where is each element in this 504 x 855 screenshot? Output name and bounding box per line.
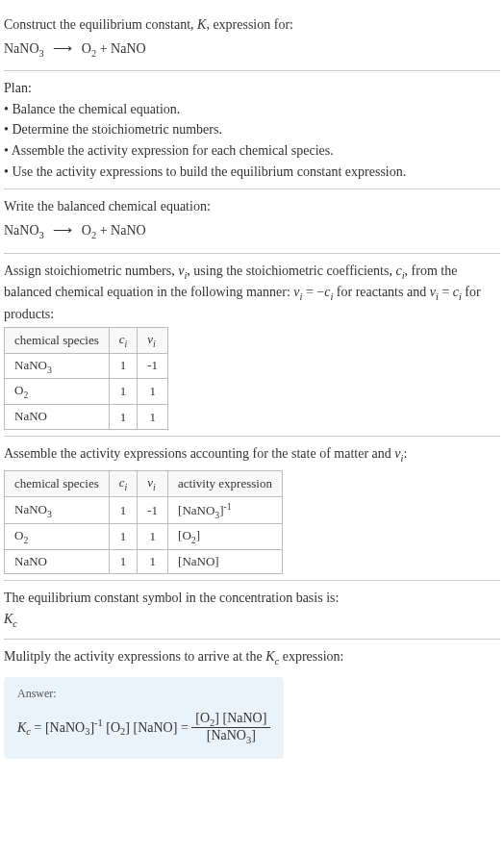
ans-t1: [NaNO [45, 719, 85, 734]
table-row: NaNO3 1 -1 [5, 353, 168, 379]
ath-activity: activity expression [168, 470, 283, 496]
ath-species: chemical species [5, 470, 110, 496]
balanced-intro: Write the balanced chemical equation: [4, 197, 500, 216]
equation: NaNO3 ⟶ O2 + NaNO [4, 37, 500, 63]
num1: [O [195, 711, 210, 725]
ans-t1-exp: -1 [94, 717, 103, 727]
asp2: NaNO [14, 554, 47, 568]
bal-rhs2: NaNO [111, 223, 146, 238]
rhs1-species: O [82, 41, 91, 56]
denominator: [NaNO3] [191, 728, 270, 745]
ath-nui: νi [138, 470, 168, 496]
question-header: Construct the equilibrium constant, K, e… [4, 8, 500, 71]
stoich-intro: Assign stoichiometric numbers, νi, using… [4, 262, 500, 324]
anui1: 1 [138, 524, 168, 550]
plan-item-3: • Assemble the activity expression for e… [4, 141, 500, 161]
prompt-after: , expression for: [206, 17, 293, 32]
asp1-sub: 2 [23, 535, 28, 545]
prompt-text: Construct the equilibrium constant, [4, 17, 197, 32]
lhs-sub: 3 [39, 47, 44, 58]
ci2: 1 [109, 404, 138, 430]
symbol-intro: The equilibrium constant symbol in the c… [4, 589, 500, 608]
rhs2-species: NaNO [111, 41, 146, 56]
aci1: 1 [109, 524, 138, 550]
rel2-eq: = [439, 285, 453, 299]
stoich-section: Assign stoichiometric numbers, νi, using… [4, 254, 500, 438]
table-header-row: chemical species ci νi [5, 328, 168, 354]
ans-K: K [17, 719, 26, 734]
asp0-sub: 3 [47, 508, 52, 518]
activity-intro: Assemble the activity expressions accoun… [4, 444, 500, 465]
rel1-eq: = − [302, 285, 324, 299]
cell-species: NaNO [5, 550, 110, 574]
plan-item-4: • Use the activity expressions to build … [4, 163, 500, 182]
ans-t3: [NaNO] [134, 719, 178, 734]
plan-item-1: • Balance the chemical equation. [4, 100, 500, 119]
lhs-species: NaNO [4, 41, 39, 56]
table-row: NaNO 1 1 [NaNO] [5, 550, 283, 574]
symbol-value: Kc [4, 610, 500, 631]
stoich-text2: , using the stoichiometric coefficients, [187, 264, 395, 278]
num1-close: ] [NaNO] [214, 711, 266, 725]
cell-activity: [O2] [168, 524, 283, 550]
reaction-arrow: ⟶ [47, 41, 78, 56]
ab1-close: ] [196, 528, 200, 542]
Kc-sub: c [13, 617, 17, 628]
asp0: NaNO [14, 502, 47, 516]
answer-label: Answer: [17, 687, 270, 701]
ab0-exp: -1 [224, 501, 232, 512]
stoich-table: chemical species ci νi NaNO3 1 -1 O2 1 1… [4, 327, 168, 430]
ab0: [NaNO [178, 503, 214, 517]
rel1-after: for reactants and [333, 285, 429, 299]
prompt-line: Construct the equilibrium constant, K, e… [4, 15, 500, 35]
balanced-equation: NaNO3 ⟶ O2 + NaNO [4, 218, 500, 245]
ci0: 1 [109, 353, 138, 379]
bal-plus: + [96, 223, 111, 238]
answer-formula: Kc = [NaNO3]-1 [O2] [NaNO] = [O2] [NaNO]… [17, 707, 270, 750]
answer-box: Answer: Kc = [NaNO3]-1 [O2] [NaNO] = [O2… [4, 677, 284, 760]
cell-activity: [NaNO] [168, 550, 283, 574]
multiply-intro: Mulitply the activity expressions to arr… [4, 647, 500, 668]
bal-arrow: ⟶ [47, 223, 78, 238]
table-header-row: chemical species ci νi activity expressi… [5, 470, 283, 496]
aci2: 1 [109, 550, 138, 574]
cell-species: NaNO [5, 404, 110, 430]
plan-section: Plan: • Balance the chemical equation. •… [4, 71, 500, 189]
bal-lhs: NaNO [4, 223, 39, 238]
mul-text1: Mulitply the activity expressions to arr… [4, 649, 265, 664]
sp1: O [14, 383, 23, 397]
table-row: O2 1 1 [O2] [5, 524, 283, 550]
den1: [NaNO [207, 728, 246, 742]
cell-activity: [NaNO3]-1 [168, 496, 283, 524]
multiply-section: Mulitply the activity expressions to arr… [4, 640, 500, 765]
sp2: NaNO [14, 409, 47, 423]
act-text2: : [403, 446, 407, 461]
activity-section: Assemble the activity expressions accoun… [4, 437, 500, 581]
ci1: 1 [109, 379, 138, 405]
bal-lhs-sub: 3 [39, 230, 44, 240]
mul-K: K [265, 649, 274, 664]
table-row: O2 1 1 [5, 379, 168, 405]
asp1: O [14, 528, 23, 542]
activity-table: chemical species ci νi activity expressi… [4, 470, 283, 574]
ci-hdr-sub: i [125, 339, 128, 349]
nui0: -1 [138, 353, 168, 379]
ans-eq: = [31, 719, 45, 734]
sp1-sub: 2 [23, 390, 28, 400]
nui2: 1 [138, 404, 168, 430]
symbol-section: The equilibrium constant symbol in the c… [4, 581, 500, 640]
aci0: 1 [109, 496, 138, 524]
ab1: [O [178, 528, 191, 542]
ath-ci: ci [109, 470, 138, 496]
stoich-text1: Assign stoichiometric numbers, [4, 264, 178, 278]
th-species: chemical species [5, 328, 110, 354]
th-nui: νi [138, 328, 168, 354]
ans-eq2: = [177, 719, 191, 734]
Kc-K: K [4, 612, 13, 626]
table-row: NaNO3 1 -1 [NaNO3]-1 [5, 496, 283, 524]
balanced-section: Write the balanced chemical equation: Na… [4, 189, 500, 253]
plan-title: Plan: [4, 79, 500, 98]
aci-hdr-sub: i [125, 482, 128, 492]
sp0-sub: 3 [47, 364, 52, 374]
cell-species: NaNO3 [5, 496, 110, 524]
